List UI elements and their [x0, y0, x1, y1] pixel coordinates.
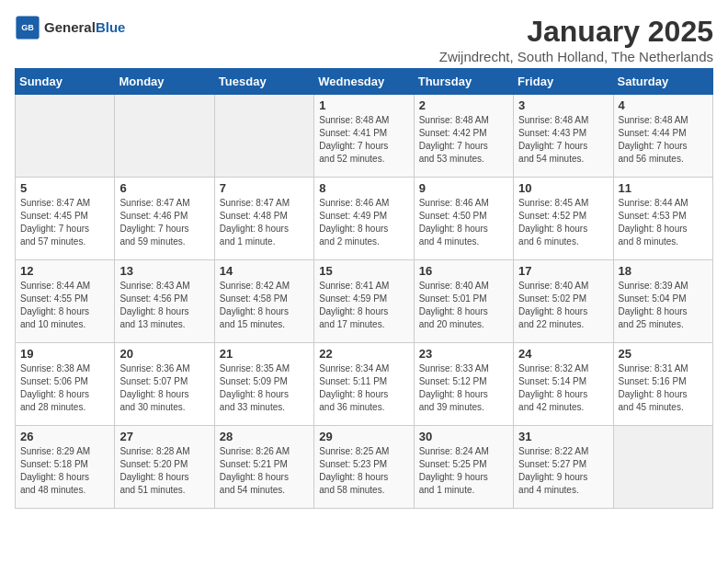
day-number: 14 [220, 264, 309, 278]
day-cell: 9Sunrise: 8:46 AM Sunset: 4:50 PM Daylig… [414, 178, 513, 260]
day-number: 15 [319, 264, 408, 278]
day-info: Sunrise: 8:36 AM Sunset: 5:07 PM Dayligh… [119, 362, 209, 414]
day-info: Sunrise: 8:34 AM Sunset: 5:11 PM Dayligh… [319, 362, 408, 414]
header-cell-thursday: Thursday [414, 69, 513, 95]
week-row-5: 26Sunrise: 8:29 AM Sunset: 5:18 PM Dayli… [16, 426, 713, 509]
day-number: 5 [20, 181, 109, 195]
header-cell-tuesday: Tuesday [214, 69, 313, 95]
day-info: Sunrise: 8:48 AM Sunset: 4:42 PM Dayligh… [419, 114, 508, 166]
day-cell: 25Sunrise: 8:31 AM Sunset: 5:16 PM Dayli… [613, 343, 712, 426]
day-cell: 17Sunrise: 8:40 AM Sunset: 5:02 PM Dayli… [514, 260, 613, 343]
day-number: 9 [419, 181, 508, 195]
day-info: Sunrise: 8:42 AM Sunset: 4:58 PM Dayligh… [220, 280, 309, 331]
day-number: 30 [419, 430, 508, 443]
day-cell: 21Sunrise: 8:35 AM Sunset: 5:09 PM Dayli… [214, 343, 313, 426]
day-number: 3 [518, 98, 608, 112]
day-info: Sunrise: 8:22 AM Sunset: 5:27 PM Dayligh… [518, 445, 608, 497]
day-cell: 20Sunrise: 8:36 AM Sunset: 5:07 PM Dayli… [115, 343, 214, 426]
day-cell: 8Sunrise: 8:46 AM Sunset: 4:49 PM Daylig… [314, 178, 414, 260]
day-cell: 10Sunrise: 8:45 AM Sunset: 4:52 PM Dayli… [514, 178, 613, 260]
day-info: Sunrise: 8:39 AM Sunset: 5:04 PM Dayligh… [619, 280, 708, 331]
day-number: 2 [419, 98, 508, 112]
day-info: Sunrise: 8:48 AM Sunset: 4:41 PM Dayligh… [319, 114, 408, 166]
day-number: 17 [518, 264, 608, 278]
day-number: 23 [419, 347, 508, 361]
day-number: 25 [619, 347, 708, 361]
header: GB GeneralBlue January 2025 Zwijndrecht,… [15, 15, 713, 64]
day-info: Sunrise: 8:48 AM Sunset: 4:43 PM Dayligh… [518, 114, 608, 166]
day-number: 20 [119, 347, 209, 361]
header-cell-saturday: Saturday [613, 69, 712, 95]
day-info: Sunrise: 8:25 AM Sunset: 5:23 PM Dayligh… [319, 445, 408, 497]
logo-icon: GB [15, 15, 40, 40]
day-info: Sunrise: 8:40 AM Sunset: 5:02 PM Dayligh… [518, 280, 608, 331]
logo-text-blue: Blue [96, 19, 126, 35]
day-cell: 11Sunrise: 8:44 AM Sunset: 4:53 PM Dayli… [613, 178, 712, 260]
logo: GB GeneralBlue [15, 15, 125, 40]
header-cell-monday: Monday [115, 69, 214, 95]
day-info: Sunrise: 8:32 AM Sunset: 5:14 PM Dayligh… [518, 362, 608, 414]
day-cell: 6Sunrise: 8:47 AM Sunset: 4:46 PM Daylig… [115, 178, 214, 260]
day-info: Sunrise: 8:47 AM Sunset: 4:48 PM Dayligh… [220, 197, 309, 248]
day-cell: 18Sunrise: 8:39 AM Sunset: 5:04 PM Dayli… [613, 260, 712, 343]
calendar-table: SundayMondayTuesdayWednesdayThursdayFrid… [15, 68, 713, 509]
day-number: 8 [319, 181, 408, 195]
day-info: Sunrise: 8:47 AM Sunset: 4:46 PM Dayligh… [119, 197, 209, 248]
day-info: Sunrise: 8:33 AM Sunset: 5:12 PM Dayligh… [419, 362, 508, 414]
day-info: Sunrise: 8:44 AM Sunset: 4:53 PM Dayligh… [619, 197, 708, 248]
day-info: Sunrise: 8:29 AM Sunset: 5:18 PM Dayligh… [20, 445, 109, 497]
week-row-4: 19Sunrise: 8:38 AM Sunset: 5:06 PM Dayli… [16, 343, 713, 426]
day-info: Sunrise: 8:31 AM Sunset: 5:16 PM Dayligh… [619, 362, 708, 414]
day-number: 10 [518, 181, 608, 195]
day-cell [214, 95, 313, 178]
day-number: 4 [619, 98, 708, 112]
day-info: Sunrise: 8:24 AM Sunset: 5:25 PM Dayligh… [419, 445, 508, 497]
day-info: Sunrise: 8:43 AM Sunset: 4:56 PM Dayligh… [119, 280, 209, 331]
day-cell: 27Sunrise: 8:28 AM Sunset: 5:20 PM Dayli… [115, 426, 214, 509]
day-cell: 31Sunrise: 8:22 AM Sunset: 5:27 PM Dayli… [514, 426, 613, 509]
day-number: 27 [119, 430, 209, 443]
calendar-body: 1Sunrise: 8:48 AM Sunset: 4:41 PM Daylig… [16, 95, 713, 509]
day-info: Sunrise: 8:46 AM Sunset: 4:50 PM Dayligh… [419, 197, 508, 248]
day-cell: 29Sunrise: 8:25 AM Sunset: 5:23 PM Dayli… [314, 426, 414, 509]
day-cell: 4Sunrise: 8:48 AM Sunset: 4:44 PM Daylig… [613, 95, 712, 178]
day-info: Sunrise: 8:41 AM Sunset: 4:59 PM Dayligh… [319, 280, 408, 331]
day-info: Sunrise: 8:47 AM Sunset: 4:45 PM Dayligh… [20, 197, 109, 248]
day-info: Sunrise: 8:26 AM Sunset: 5:21 PM Dayligh… [220, 445, 309, 497]
day-cell: 2Sunrise: 8:48 AM Sunset: 4:42 PM Daylig… [414, 95, 513, 178]
header-cell-sunday: Sunday [16, 69, 115, 95]
day-number: 22 [319, 347, 408, 361]
day-number: 12 [20, 264, 109, 278]
day-info: Sunrise: 8:46 AM Sunset: 4:49 PM Dayligh… [319, 197, 408, 248]
day-number: 21 [220, 347, 309, 361]
day-info: Sunrise: 8:48 AM Sunset: 4:44 PM Dayligh… [619, 114, 708, 166]
day-cell: 3Sunrise: 8:48 AM Sunset: 4:43 PM Daylig… [514, 95, 613, 178]
day-number: 24 [518, 347, 608, 361]
day-info: Sunrise: 8:40 AM Sunset: 5:01 PM Dayligh… [419, 280, 508, 331]
day-cell [115, 95, 214, 178]
day-cell: 19Sunrise: 8:38 AM Sunset: 5:06 PM Dayli… [16, 343, 115, 426]
day-cell: 13Sunrise: 8:43 AM Sunset: 4:56 PM Dayli… [115, 260, 214, 343]
day-number: 29 [319, 430, 408, 443]
calendar-title: January 2025 [439, 15, 713, 49]
day-number: 16 [419, 264, 508, 278]
day-info: Sunrise: 8:28 AM Sunset: 5:20 PM Dayligh… [119, 445, 209, 497]
day-cell: 30Sunrise: 8:24 AM Sunset: 5:25 PM Dayli… [414, 426, 513, 509]
header-cell-wednesday: Wednesday [314, 69, 414, 95]
day-cell: 28Sunrise: 8:26 AM Sunset: 5:21 PM Dayli… [214, 426, 313, 509]
week-row-2: 5Sunrise: 8:47 AM Sunset: 4:45 PM Daylig… [16, 178, 713, 260]
day-cell: 1Sunrise: 8:48 AM Sunset: 4:41 PM Daylig… [314, 95, 414, 178]
logo-text-general: General [44, 19, 96, 35]
day-number: 26 [20, 430, 109, 443]
calendar-header-row: SundayMondayTuesdayWednesdayThursdayFrid… [16, 69, 713, 95]
day-info: Sunrise: 8:45 AM Sunset: 4:52 PM Dayligh… [518, 197, 608, 248]
svg-text:GB: GB [21, 23, 34, 32]
day-cell: 24Sunrise: 8:32 AM Sunset: 5:14 PM Dayli… [514, 343, 613, 426]
day-info: Sunrise: 8:38 AM Sunset: 5:06 PM Dayligh… [20, 362, 109, 414]
day-number: 6 [119, 181, 209, 195]
title-area: January 2025 Zwijndrecht, South Holland,… [439, 15, 713, 64]
day-number: 7 [220, 181, 309, 195]
day-cell: 16Sunrise: 8:40 AM Sunset: 5:01 PM Dayli… [414, 260, 513, 343]
day-cell: 5Sunrise: 8:47 AM Sunset: 4:45 PM Daylig… [16, 178, 115, 260]
day-number: 13 [119, 264, 209, 278]
